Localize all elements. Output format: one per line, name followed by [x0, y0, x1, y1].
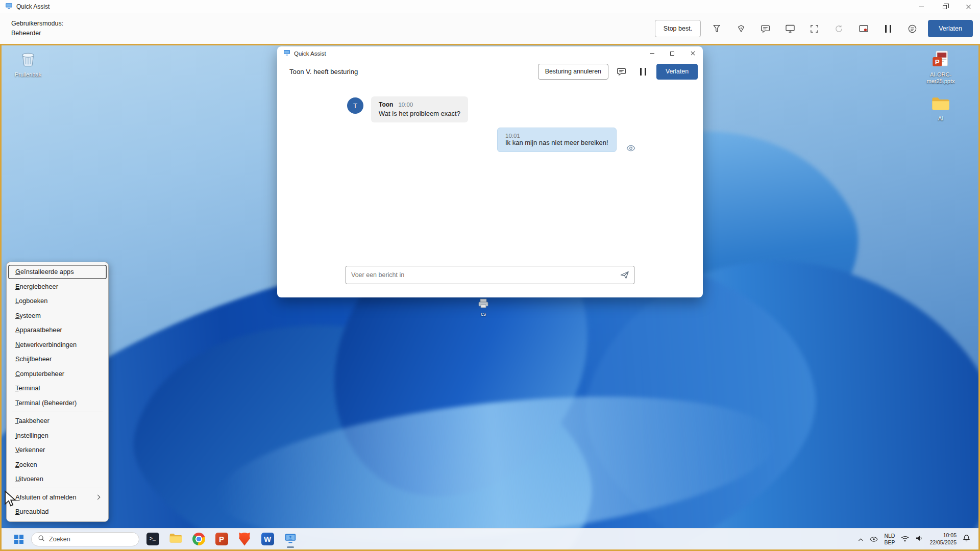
- remote-desktop-view: Prullenbak P AI-ORC-mer25.pptx AI cs: [0, 44, 980, 551]
- start-button[interactable]: [9, 530, 29, 549]
- quick-assist-session-window: Quick Assist Toon V. heeft besturing Bes…: [277, 46, 703, 297]
- taskbar-app-powerpoint[interactable]: P: [211, 530, 232, 549]
- pause-bars: [885, 25, 891, 33]
- annotate-icon[interactable]: [732, 20, 750, 37]
- inner-titlebar: Quick Assist: [277, 46, 703, 60]
- chat-icon: [617, 67, 626, 77]
- tray-chevron-icon[interactable]: [858, 535, 864, 544]
- folder-icon: [931, 95, 950, 114]
- clock[interactable]: 10:05 22/05/2025: [929, 532, 957, 545]
- inner-close-button[interactable]: [682, 46, 703, 60]
- inner-minimize-button[interactable]: [642, 46, 662, 60]
- powerpoint-file-icon: P: [932, 49, 950, 70]
- message-time: 10:01: [505, 133, 608, 139]
- inner-maximize-button[interactable]: [662, 46, 682, 60]
- desktop-icon-label: cs: [481, 311, 486, 317]
- send-icon: [620, 270, 630, 280]
- wifi-icon[interactable]: [901, 535, 909, 544]
- clock-date: 22/05/2025: [929, 539, 957, 546]
- taskbar-app-chrome[interactable]: [188, 530, 209, 549]
- menu-item-taakbeheer[interactable]: Taakbeheer: [8, 414, 107, 429]
- chat-message-outgoing: 10:01 Ik kan mijn nas niet meer bereiken…: [497, 128, 617, 152]
- printer-icon: [478, 298, 489, 311]
- volume-icon[interactable]: [915, 535, 923, 544]
- outer-minimize-button[interactable]: [910, 0, 933, 13]
- terminal-icon: >_: [146, 533, 159, 545]
- menu-item-geinstalleerde-apps[interactable]: Geïnstalleerde apps: [8, 265, 107, 280]
- notifications-bell-icon[interactable]: [963, 534, 970, 544]
- minimize-icon: [919, 7, 924, 7]
- menu-item-zoeken[interactable]: Zoeken: [8, 457, 107, 472]
- close-icon: [690, 51, 695, 56]
- taskbar-app-word[interactable]: W: [257, 530, 278, 549]
- taskbar-app-brave[interactable]: [234, 530, 255, 549]
- inner-leave-button[interactable]: Verlaten: [656, 64, 698, 80]
- menu-item-systeem[interactable]: Systeem: [8, 308, 107, 323]
- keyboard-layout-code: BEP: [884, 539, 895, 546]
- minimize-icon: [650, 53, 654, 54]
- tray-eye-icon[interactable]: [870, 535, 878, 544]
- fullscreen-icon[interactable]: [805, 20, 823, 37]
- menu-item-terminal-beheerder[interactable]: Terminal (Beheerder): [8, 395, 107, 410]
- outer-titlebar: Quick Assist: [0, 0, 980, 13]
- maximize-icon: [670, 52, 674, 56]
- outer-close-button[interactable]: [957, 0, 980, 13]
- desktop-icon-pptx-file[interactable]: P AI-ORC-mer25.pptx: [920, 49, 961, 85]
- menu-item-uitvoeren[interactable]: Uitvoeren: [8, 472, 107, 487]
- menu-item-bureaublad[interactable]: Bureaublad: [8, 505, 107, 519]
- menu-item-logboeken[interactable]: Logboeken: [8, 294, 107, 309]
- record-monitor-icon[interactable]: [854, 20, 872, 37]
- chat-icon[interactable]: [756, 20, 774, 37]
- sender-avatar: T: [347, 97, 363, 114]
- chevron-right-icon: [95, 495, 101, 500]
- svg-text:P: P: [935, 58, 940, 66]
- brave-icon: [239, 533, 251, 546]
- chrome-icon: [192, 533, 205, 545]
- monitor-icon[interactable]: [781, 20, 799, 37]
- menu-item-schijfbeheer[interactable]: Schijfbeheer: [8, 352, 107, 367]
- pause-session-button[interactable]: [635, 64, 651, 79]
- active-app-indicator: [287, 546, 294, 548]
- user-mode-value: Beheerder: [11, 29, 63, 38]
- taskbar-search[interactable]: Zoeken: [31, 532, 139, 546]
- outer-leave-button[interactable]: Verlaten: [928, 20, 973, 37]
- stop-sharing-button[interactable]: Stop best.: [655, 20, 701, 37]
- restore-icon: [943, 5, 947, 9]
- quick-assist-icon: [284, 532, 297, 546]
- menu-separator: [12, 412, 103, 412]
- desktop-icon-label: AI: [938, 115, 943, 122]
- language-indicator[interactable]: NLD BEP: [884, 533, 895, 545]
- chat-message-incoming: Toon 10:00 Wat is het proibleem exact?: [371, 96, 468, 122]
- message-input[interactable]: [346, 271, 616, 279]
- quick-assist-host-window: Quick Assist Gebruikersmodus: Beheerder …: [0, 0, 980, 551]
- outer-restore-button[interactable]: [933, 0, 957, 13]
- menu-item-apparaatbeheer[interactable]: Apparaatbeheer: [8, 323, 107, 338]
- send-button[interactable]: [616, 266, 634, 284]
- cancel-control-button[interactable]: Besturing annuleren: [538, 64, 608, 80]
- clock-time: 10:05: [943, 532, 957, 539]
- taskbar-app-file-explorer[interactable]: [165, 530, 186, 549]
- menu-item-netwerkverbindingen[interactable]: Netwerkverbindingen: [8, 337, 107, 352]
- menu-item-verkenner[interactable]: Verkenner: [8, 443, 107, 458]
- menu-item-instellingen[interactable]: Instellingen: [8, 428, 107, 443]
- powerpoint-icon: P: [215, 533, 228, 545]
- windows-logo-icon: [14, 535, 23, 544]
- restart-icon[interactable]: [830, 20, 848, 37]
- chat-toggle-button[interactable]: [614, 64, 630, 79]
- menu-item-energiebeheer[interactable]: Energiebeheer: [8, 279, 107, 294]
- laser-pointer-icon[interactable]: [707, 20, 725, 37]
- pause-icon[interactable]: [879, 20, 897, 37]
- desktop-icon-ai-folder[interactable]: AI: [920, 95, 961, 122]
- message-text: Wat is het proibleem exact?: [379, 110, 460, 117]
- details-icon[interactable]: [903, 20, 921, 37]
- taskbar-app-quick-assist[interactable]: [280, 530, 301, 549]
- taskbar-app-terminal[interactable]: >_: [142, 530, 163, 549]
- winx-context-menu: Geïnstalleerde apps Energiebeheer Logboe…: [6, 262, 109, 522]
- menu-item-afsluiten-of-afmelden[interactable]: Afsluiten of afmelden: [8, 490, 107, 505]
- desktop-icon-label: Prullenbak: [15, 71, 41, 78]
- menu-item-computerbeheer[interactable]: Computerbeheer: [8, 366, 107, 381]
- menu-item-terminal[interactable]: Terminal: [8, 381, 107, 396]
- desktop-icon-recycle-bin[interactable]: Prullenbak: [8, 49, 48, 78]
- desktop-icon-cs[interactable]: cs: [472, 298, 495, 317]
- menu-separator: [12, 488, 103, 488]
